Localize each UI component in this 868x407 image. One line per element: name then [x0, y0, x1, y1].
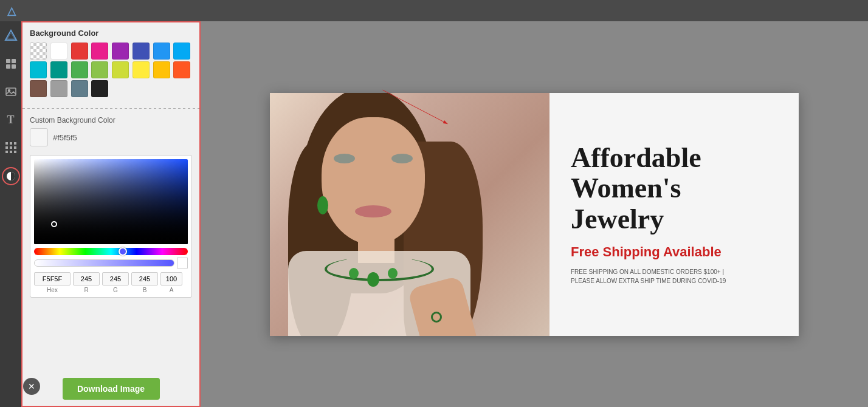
swatch-amber[interactable]: [153, 61, 170, 78]
a-input[interactable]: [160, 272, 182, 286]
swatch-red[interactable]: [71, 43, 88, 60]
svg-rect-10: [10, 146, 12, 149]
svg-rect-3: [12, 64, 16, 69]
swatch-white[interactable]: [50, 43, 67, 60]
swatch-yellow[interactable]: [133, 61, 150, 78]
bg-color-title: Background Color: [30, 29, 192, 38]
banner-photo: [270, 93, 549, 336]
svg-rect-7: [10, 142, 12, 145]
swatch-green[interactable]: [71, 61, 88, 78]
svg-rect-4: [6, 88, 16, 95]
hex-input-group: Hex: [34, 272, 71, 293]
swatch-purple[interactable]: [112, 43, 129, 60]
swatch-lime[interactable]: [112, 61, 129, 78]
banner-small-line2: PLEASE ALLOW EXTRA SHIP TIME DURING COVI…: [571, 278, 726, 284]
alpha-slider[interactable]: [34, 259, 174, 267]
download-btn-area: Download Image: [22, 372, 199, 406]
color-swatch-grid: [30, 43, 192, 97]
swatch-light-blue[interactable]: [173, 43, 190, 60]
r-label: R: [84, 287, 88, 293]
a-input-group: A: [160, 272, 182, 293]
color-panel: Background Color: [21, 21, 201, 407]
custom-hex-display: #f5f5f5: [53, 133, 77, 142]
banner-text-area: Affordable Women's Jewelry Free Shipping…: [549, 93, 799, 336]
custom-color-preview[interactable]: [30, 128, 48, 146]
swatch-grey[interactable]: [50, 80, 67, 97]
app-logo: △: [7, 4, 16, 18]
swatch-cyan[interactable]: [30, 61, 47, 78]
bg-color-section: Background Color: [22, 22, 199, 104]
svg-rect-1: [12, 59, 16, 63]
svg-rect-9: [5, 146, 8, 149]
b-label: B: [143, 287, 147, 293]
custom-bg-section: Custom Background Color #f5f5f5: [22, 112, 199, 155]
svg-rect-6: [5, 142, 8, 145]
hue-slider[interactable]: [34, 248, 188, 255]
close-icon: ✕: [28, 381, 35, 391]
alpha-row: [34, 258, 188, 268]
swatch-blue[interactable]: [153, 43, 170, 60]
banner-title: Affordable Women's Jewelry: [571, 143, 777, 235]
color-gradient-box[interactable]: [34, 159, 188, 244]
g-input[interactable]: [102, 272, 129, 286]
custom-bg-label: Custom Background Color: [30, 116, 192, 125]
r-input[interactable]: [73, 272, 100, 286]
svg-rect-8: [14, 142, 16, 145]
b-input[interactable]: [131, 272, 158, 286]
top-bar: △: [0, 0, 868, 21]
svg-rect-0: [6, 59, 10, 63]
main-canvas: Affordable Women's Jewelry Free Shipping…: [201, 21, 868, 407]
sidebar-grid-icon[interactable]: [2, 55, 19, 72]
svg-rect-14: [14, 151, 16, 153]
sidebar-pattern-icon[interactable]: [2, 139, 19, 156]
alpha-box: [177, 258, 188, 268]
g-label: G: [113, 287, 118, 293]
r-input-group: R: [73, 272, 100, 293]
sidebar-image-icon[interactable]: [2, 83, 19, 100]
panel-divider: [22, 108, 199, 109]
download-image-button[interactable]: Download Image: [63, 378, 160, 400]
swatch-black[interactable]: [91, 80, 108, 97]
svg-rect-2: [6, 64, 10, 69]
sidebar-text-icon[interactable]: T: [2, 111, 19, 128]
svg-rect-13: [10, 151, 12, 153]
swatch-light-green[interactable]: [91, 61, 108, 78]
b-input-group: B: [131, 272, 158, 293]
sidebar-circle-half-icon[interactable]: [2, 167, 20, 185]
swatch-blue-grey[interactable]: [71, 80, 88, 97]
svg-rect-12: [5, 151, 8, 153]
a-label: A: [170, 287, 174, 293]
banner-subtitle: Free Shipping Available: [571, 244, 777, 260]
color-inputs-row: Hex R G B A: [34, 272, 188, 293]
swatch-pink[interactable]: [91, 43, 108, 60]
g-input-group: G: [102, 272, 129, 293]
color-cursor[interactable]: [51, 221, 57, 227]
banner-small-line1: FREE SHIPPING ON ALL DOMESTIC ORDERS $10…: [571, 268, 724, 275]
swatch-deep-orange[interactable]: [173, 61, 190, 78]
swatch-brown[interactable]: [30, 80, 47, 97]
sidebar: T: [0, 21, 21, 407]
swatch-transparent[interactable]: [30, 43, 47, 60]
swatch-indigo[interactable]: [133, 43, 150, 60]
svg-rect-11: [14, 146, 16, 149]
color-picker[interactable]: Hex R G B A: [30, 155, 192, 298]
hex-label: Hex: [47, 287, 58, 293]
hex-input[interactable]: [34, 272, 71, 286]
sidebar-logo-icon[interactable]: [2, 27, 19, 44]
close-button[interactable]: ✕: [23, 378, 40, 395]
swatch-teal[interactable]: [50, 61, 67, 78]
banner-image: Affordable Women's Jewelry Free Shipping…: [270, 93, 799, 336]
custom-preview-row: #f5f5f5: [30, 128, 192, 146]
hue-thumb[interactable]: [119, 247, 127, 256]
banner-small-text: FREE SHIPPING ON ALL DOMESTIC ORDERS $10…: [571, 267, 777, 286]
svg-point-5: [8, 90, 10, 92]
